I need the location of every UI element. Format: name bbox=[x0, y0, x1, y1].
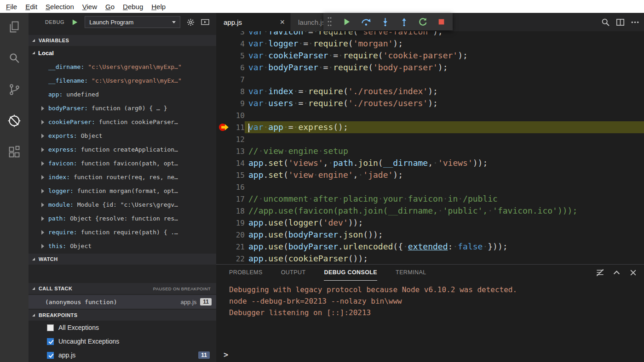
glyph-margin[interactable] bbox=[216, 121, 231, 133]
close-icon[interactable]: × bbox=[280, 18, 285, 26]
variables-scope[interactable]: Local bbox=[29, 46, 216, 60]
variable-row[interactable]: exports:Object bbox=[29, 129, 216, 142]
checkbox[interactable] bbox=[47, 352, 54, 359]
glyph-margin[interactable] bbox=[216, 205, 231, 217]
breakpoint-row[interactable]: app.js11 bbox=[29, 348, 216, 362]
glyph-margin[interactable] bbox=[216, 229, 231, 241]
code-text[interactable]: var·logger·=·require('morgan'); bbox=[245, 38, 644, 50]
code-text[interactable]: app.use(bodyParser.json()); bbox=[245, 229, 644, 241]
glyph-margin[interactable] bbox=[216, 169, 231, 181]
clear-console-icon[interactable] bbox=[595, 268, 604, 278]
menu-edit[interactable]: Edit bbox=[21, 2, 41, 11]
code-line[interactable]: 5var·cookieParser·=·require('cookie-pars… bbox=[216, 50, 644, 62]
glyph-margin[interactable] bbox=[216, 253, 231, 264]
panel-tab-debug-console[interactable]: DEBUG CONSOLE bbox=[324, 265, 377, 281]
variable-row[interactable]: app:undefined bbox=[29, 87, 216, 101]
debug-toolbar[interactable] bbox=[323, 13, 453, 30]
call-stack-section-header[interactable]: CALL STACK PAUSED ON BREAKPOINT bbox=[29, 283, 216, 294]
code-line[interactable]: 15app.set('view·engine',·'jade'); bbox=[216, 169, 644, 181]
variable-row[interactable]: cookieParser:function cookieParser… bbox=[29, 115, 216, 129]
glyph-margin[interactable] bbox=[216, 74, 231, 85]
extensions-icon[interactable] bbox=[6, 144, 22, 160]
call-stack-frame[interactable]: (anonymous function)app.js11 bbox=[29, 295, 216, 309]
variables-section-header[interactable]: VARIABLES bbox=[29, 35, 216, 46]
panel-tab-terminal[interactable]: TERMINAL bbox=[396, 265, 426, 281]
code-line[interactable]: 20app.use(bodyParser.json()); bbox=[216, 229, 644, 241]
code-text[interactable]: app.use(bodyParser.urlencoded({·extended… bbox=[245, 241, 644, 253]
variable-row[interactable]: this:Object bbox=[29, 239, 216, 253]
code-line[interactable]: 10 bbox=[216, 109, 644, 121]
debug-console-input[interactable]: > bbox=[216, 347, 644, 362]
start-debugging-button[interactable] bbox=[70, 17, 79, 27]
code-line[interactable]: 16 bbox=[216, 181, 644, 193]
code-text[interactable] bbox=[245, 74, 644, 85]
variable-row[interactable]: express:function createApplication… bbox=[29, 142, 216, 156]
code-line[interactable]: 14app.set('views',·path.join(__dirname,·… bbox=[216, 157, 644, 169]
restart-button[interactable] bbox=[419, 17, 427, 27]
code-line[interactable]: 3var·favicon·=·require('serve-favicon'); bbox=[216, 31, 644, 38]
code-line[interactable]: 21app.use(bodyParser.urlencoded({·extend… bbox=[216, 241, 644, 253]
step-into-button[interactable] bbox=[381, 17, 390, 27]
glyph-margin[interactable] bbox=[216, 181, 231, 193]
glyph-margin[interactable] bbox=[216, 31, 231, 38]
code-text[interactable]: app.set('view·engine',·'jade'); bbox=[245, 169, 644, 181]
code-text[interactable]: app.use(logger('dev')); bbox=[245, 217, 644, 229]
menu-view[interactable]: View bbox=[78, 2, 101, 11]
tab-app.js[interactable]: app.js× bbox=[216, 13, 291, 31]
maximize-panel-icon[interactable] bbox=[612, 268, 621, 278]
variable-row[interactable]: logger:function morgan(format, opt… bbox=[29, 184, 216, 198]
glyph-margin[interactable] bbox=[216, 157, 231, 169]
menu-go[interactable]: Go bbox=[101, 2, 119, 11]
variable-row[interactable]: require:function require(path) { .… bbox=[29, 225, 216, 239]
glyph-margin[interactable] bbox=[216, 193, 231, 205]
code-line[interactable]: 19app.use(logger('dev')); bbox=[216, 217, 644, 229]
code-line[interactable]: 13//·view·engine·setup bbox=[216, 145, 644, 157]
glyph-margin[interactable] bbox=[216, 109, 231, 121]
glyph-margin[interactable] bbox=[216, 85, 231, 97]
variable-row[interactable]: module:Module {id: "c:\Users\gregv… bbox=[29, 198, 216, 211]
code-line[interactable]: 22app.use(cookieParser()); bbox=[216, 253, 644, 264]
code-text[interactable]: var·cookieParser·=·require('cookie-parse… bbox=[245, 50, 644, 62]
code-line[interactable]: 18//app.use(favicon(path.join(__dirname,… bbox=[216, 205, 644, 217]
breakpoint-row[interactable]: Uncaught Exceptions bbox=[29, 334, 216, 348]
code-text[interactable]: var·favicon·=·require('serve-favicon'); bbox=[245, 31, 644, 38]
checkbox[interactable] bbox=[47, 324, 54, 331]
code-text[interactable]: //app.use(favicon(path.join(__dirname,·'… bbox=[245, 205, 644, 217]
menu-selection[interactable]: Selection bbox=[41, 2, 78, 11]
code-line[interactable]: 11var·app·=·express(); bbox=[216, 121, 644, 133]
split-editor-icon[interactable] bbox=[615, 17, 625, 27]
variable-row[interactable]: __dirname:"c:\Users\gregvanl\myExp…" bbox=[29, 60, 216, 74]
variable-row[interactable]: bodyParser:function (arg0) { … } bbox=[29, 101, 216, 115]
code-text[interactable]: var·bodyParser·=·require('body-parser'); bbox=[245, 62, 644, 74]
code-text[interactable] bbox=[245, 181, 644, 193]
variable-row[interactable]: index:function router(req, res, ne… bbox=[29, 170, 216, 184]
step-over-button[interactable] bbox=[361, 17, 371, 27]
code-line[interactable]: 6var·bodyParser·=·require('body-parser')… bbox=[216, 62, 644, 74]
code-text[interactable]: var·app·=·express(); bbox=[245, 121, 644, 133]
breakpoint-row[interactable]: All Exceptions bbox=[29, 321, 216, 334]
files-icon[interactable] bbox=[6, 19, 22, 35]
open-debug-console-icon[interactable] bbox=[201, 17, 210, 27]
debug-icon[interactable] bbox=[6, 113, 22, 129]
code-line[interactable]: 17//·uncomment·after·placing·your·favico… bbox=[216, 193, 644, 205]
menu-help[interactable]: Help bbox=[147, 2, 170, 11]
source-control-icon[interactable] bbox=[6, 82, 22, 97]
variable-row[interactable]: __filename:"c:\Users\gregvanl\myEx…" bbox=[29, 74, 216, 87]
more-actions-icon[interactable] bbox=[630, 17, 639, 27]
glyph-margin[interactable] bbox=[216, 133, 231, 145]
code-text[interactable] bbox=[245, 133, 644, 145]
launch-config-dropdown[interactable]: Launch Program bbox=[85, 16, 180, 28]
panel-tab-problems[interactable]: PROBLEMS bbox=[229, 265, 263, 281]
code-text[interactable]: //·uncomment·after·placing·your·favicon·… bbox=[245, 193, 644, 205]
glyph-margin[interactable] bbox=[216, 145, 231, 157]
stop-button[interactable] bbox=[437, 17, 445, 27]
glyph-margin[interactable] bbox=[216, 241, 231, 253]
code-text[interactable]: var·index·=·require('./routes/index'); bbox=[245, 85, 644, 97]
variable-row[interactable]: path:Object {resolve: function res… bbox=[29, 211, 216, 225]
breakpoints-section-header[interactable]: BREAKPOINTS bbox=[29, 310, 216, 321]
code-line[interactable]: 7 bbox=[216, 74, 644, 85]
code-line[interactable]: 12 bbox=[216, 133, 644, 145]
glyph-margin[interactable] bbox=[216, 50, 231, 62]
continue-button[interactable] bbox=[342, 17, 351, 27]
glyph-margin[interactable] bbox=[216, 97, 231, 109]
